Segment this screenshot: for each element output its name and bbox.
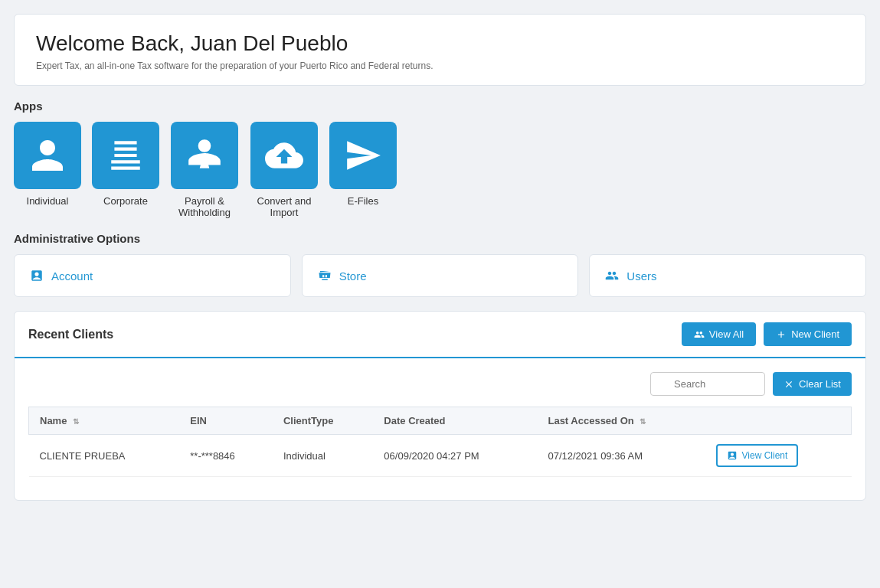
cell-last-accessed: 07/12/2021 09:36 AM <box>537 435 705 477</box>
app-label-payroll: Payroll & Withholding <box>170 195 239 218</box>
recent-header-buttons: View All New Client <box>682 322 852 346</box>
welcome-title: Welcome Back, Juan Del Pueblo <box>36 31 844 56</box>
sort-icon-accessed[interactable]: ⇅ <box>640 417 646 426</box>
clear-list-label: Clear List <box>799 378 841 390</box>
app-icon-corporate[interactable] <box>92 122 159 189</box>
app-label-corporate: Corporate <box>103 195 148 207</box>
admin-option-store-label: Store <box>339 270 367 283</box>
account-icon <box>30 269 44 283</box>
recent-clients-header: Recent Clients View All New Client <box>15 312 865 358</box>
admin-option-account[interactable]: Account <box>14 254 291 297</box>
clear-list-icon <box>783 379 794 390</box>
search-wrapper <box>650 372 765 396</box>
view-all-button[interactable]: View All <box>682 322 756 346</box>
col-clienttype: ClientType <box>273 407 373 435</box>
cell-client-type: Individual <box>273 435 373 477</box>
cell-action: View Client <box>705 435 852 477</box>
admin-option-account-label: Account <box>51 270 93 283</box>
col-action <box>705 407 852 435</box>
app-tile-corporate[interactable]: Corporate <box>92 122 159 218</box>
person-icon <box>28 136 67 175</box>
app-label-individual: Individual <box>27 195 69 207</box>
table-row: CLIENTE PRUEBA **-***8846 Individual 06/… <box>29 435 852 477</box>
admin-option-store[interactable]: Store <box>302 254 579 297</box>
recent-clients-section: Recent Clients View All New Client <box>14 311 866 501</box>
sort-icon-name[interactable]: ⇅ <box>73 417 79 426</box>
admin-option-users[interactable]: Users <box>589 254 866 297</box>
app-tile-individual[interactable]: Individual <box>14 122 81 218</box>
app-icon-individual[interactable] <box>14 122 81 189</box>
app-label-efiles: E-Files <box>348 195 378 207</box>
users-icon <box>605 269 619 283</box>
cell-date-created: 06/09/2020 04:27 PM <box>373 435 537 477</box>
apps-section-label: Apps <box>14 100 866 113</box>
cell-ein: **-***8846 <box>179 435 273 477</box>
recent-clients-body: Clear List Name ⇅ EIN ClientType <box>15 358 865 500</box>
app-tile-convert[interactable]: Convert and Import <box>250 122 319 218</box>
table-body: CLIENTE PRUEBA **-***8846 Individual 06/… <box>29 435 852 477</box>
new-client-label: New Client <box>791 328 839 340</box>
welcome-card: Welcome Back, Juan Del Pueblo Expert Tax… <box>14 14 866 86</box>
col-last-accessed: Last Accessed On ⇅ <box>537 407 705 435</box>
app-icon-payroll[interactable] <box>171 122 238 189</box>
person-tie-icon <box>185 136 224 175</box>
building-icon <box>106 136 145 175</box>
admin-options-row: Account Store Users <box>14 254 866 297</box>
view-client-icon <box>727 450 738 461</box>
app-icon-convert[interactable] <box>250 122 318 189</box>
col-name: Name ⇅ <box>29 407 180 435</box>
new-client-icon <box>776 329 787 340</box>
recent-clients-title: Recent Clients <box>28 328 113 341</box>
cell-name: CLIENTE PRUEBA <box>29 435 180 477</box>
clients-table: Name ⇅ EIN ClientType Date Created <box>28 407 852 477</box>
table-header-row: Name ⇅ EIN ClientType Date Created <box>29 407 852 435</box>
cloud-upload-icon <box>265 136 303 175</box>
welcome-subtitle: Expert Tax, an all-in-one Tax software f… <box>36 60 844 71</box>
view-all-icon <box>694 329 705 340</box>
search-input[interactable] <box>650 372 765 396</box>
store-icon <box>318 269 332 283</box>
paper-plane-icon <box>344 136 382 175</box>
view-all-label: View All <box>709 328 744 340</box>
new-client-button[interactable]: New Client <box>764 322 852 346</box>
admin-section: Administrative Options Account Store Use… <box>14 232 866 297</box>
app-label-convert: Convert and Import <box>250 195 319 218</box>
clear-list-button[interactable]: Clear List <box>773 372 852 396</box>
apps-section: Apps Individual Corporate <box>14 100 866 218</box>
admin-option-users-label: Users <box>626 270 656 283</box>
col-date-created: Date Created <box>373 407 537 435</box>
col-ein: EIN <box>179 407 273 435</box>
view-client-label: View Client <box>742 450 788 461</box>
app-tile-payroll[interactable]: Payroll & Withholding <box>170 122 239 218</box>
table-controls: Clear List <box>28 372 852 396</box>
admin-section-label: Administrative Options <box>14 232 866 245</box>
view-client-button[interactable]: View Client <box>716 444 799 467</box>
app-tile-efiles[interactable]: E-Files <box>329 122 397 218</box>
table-header: Name ⇅ EIN ClientType Date Created <box>29 407 852 435</box>
app-icon-efiles[interactable] <box>329 122 397 189</box>
apps-row: Individual Corporate Payroll & Wit <box>14 122 866 218</box>
